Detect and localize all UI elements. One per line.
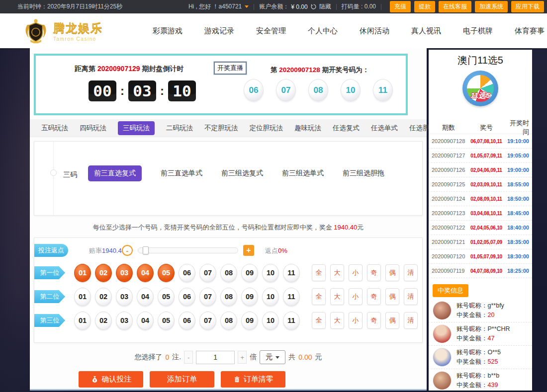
number-ball[interactable]: 11 — [283, 264, 300, 282]
confirm-bet-button[interactable]: ¥ 确认投注 — [79, 371, 143, 388]
number-ball[interactable]: 08 — [220, 288, 237, 306]
live-draw-button[interactable]: 开奖直播 — [214, 62, 247, 75]
quick-button[interactable]: 全 — [312, 288, 326, 305]
quick-button[interactable]: 清 — [404, 312, 418, 329]
topbar-button[interactable]: 提款 — [414, 1, 435, 12]
unit-select[interactable]: 元 — [260, 350, 285, 364]
number-ball[interactable]: 01 — [74, 288, 91, 306]
subtab-item[interactable]: 前三组选单式 — [282, 169, 324, 178]
number-ball[interactable]: 05 — [158, 312, 175, 330]
nav-item[interactable]: 电子棋牌 — [463, 26, 493, 36]
nav-item[interactable]: 彩票游戏 — [153, 26, 182, 36]
user-greeting[interactable]: Hi , 您好 ！a450721 — [188, 2, 242, 11]
quick-button[interactable]: 偶 — [385, 288, 399, 305]
tab-item[interactable]: 三码玩法 — [118, 121, 155, 135]
number-ball[interactable]: 02 — [95, 264, 112, 282]
number-ball[interactable]: 06 — [179, 264, 195, 282]
number-ball[interactable]: 10 — [262, 264, 279, 282]
quick-button[interactable]: 偶 — [385, 312, 399, 329]
number-ball[interactable]: 01 — [74, 264, 91, 282]
issue-cell: 20200907123 — [432, 210, 465, 216]
quick-button[interactable]: 小 — [349, 264, 363, 281]
tab-item[interactable]: 四码玩法 — [80, 124, 106, 133]
nav-item[interactable]: 真人视讯 — [411, 26, 441, 36]
number-ball[interactable]: 03 — [116, 264, 133, 282]
brand-logo[interactable]: 腾龙娱乐 Tamron Casino — [22, 17, 103, 44]
number-ball[interactable]: 07 — [199, 264, 216, 282]
stepper-plus-button[interactable]: + — [238, 351, 247, 364]
nav-item[interactable]: 个人中心 — [308, 26, 338, 36]
number-ball[interactable]: 04 — [137, 288, 154, 306]
number-ball[interactable]: 11 — [283, 288, 300, 306]
quick-button[interactable]: 大 — [330, 288, 344, 305]
subtab-item[interactable]: 前三组选复式 — [221, 169, 263, 178]
quick-button[interactable]: 大 — [330, 264, 344, 281]
subtab-item[interactable]: 前三直选单式 — [161, 169, 202, 178]
topbar-button[interactable]: 应用下载 — [511, 1, 544, 12]
tab-item[interactable]: 定位胆玩法 — [250, 124, 283, 133]
number-ball[interactable]: 11 — [283, 312, 300, 330]
tab-item[interactable]: 不定胆玩法 — [204, 124, 238, 133]
number-ball[interactable]: 06 — [179, 312, 195, 330]
result-balls: 0607081011 — [244, 79, 393, 101]
subtab-item[interactable]: 前三组选胆拖 — [343, 169, 384, 178]
quick-button[interactable]: 奇 — [367, 288, 381, 305]
number-ball[interactable]: 02 — [95, 288, 112, 306]
subtab-item[interactable]: 前三直选复式 — [88, 165, 142, 181]
number-ball[interactable]: 03 — [116, 312, 133, 330]
quick-button[interactable]: 偶 — [385, 264, 399, 281]
topbar-button[interactable]: 在线客服 — [439, 1, 471, 12]
topbar-button[interactable]: 加速系统 — [475, 1, 508, 12]
tab-item[interactable]: 趣味玩法 — [294, 124, 321, 133]
number-ball[interactable]: 10 — [262, 312, 279, 330]
slider-minus-button[interactable]: - — [122, 245, 133, 256]
numbers-cell: 04,07,08,09,10 — [465, 268, 507, 274]
nav-item[interactable]: 体育赛事 — [515, 26, 545, 36]
number-ball[interactable]: 09 — [241, 312, 258, 330]
add-order-button[interactable]: 添加订单 — [150, 371, 214, 388]
quick-button[interactable]: 奇 — [367, 312, 381, 329]
number-ball[interactable]: 05 — [158, 264, 175, 282]
multiplier-input[interactable] — [196, 351, 235, 364]
number-ball[interactable]: 10 — [262, 288, 279, 306]
refresh-icon[interactable] — [310, 3, 317, 10]
hide-balance-link[interactable]: 隐藏 — [319, 2, 331, 11]
number-ball[interactable]: 03 — [116, 288, 133, 306]
tab-item[interactable]: 二码玩法 — [166, 124, 193, 133]
timeline-dot — [50, 169, 57, 176]
tab-item[interactable]: 任选复式 — [333, 124, 360, 133]
nav-item[interactable]: 游戏记录 — [204, 26, 234, 36]
topbar-button[interactable]: 充值 — [390, 1, 411, 12]
issue-cell: 20200907126 — [432, 167, 465, 173]
chevron-down-icon[interactable] — [245, 5, 249, 8]
quick-button[interactable]: 小 — [349, 312, 363, 329]
clear-order-button[interactable]: 订单清零 — [221, 371, 285, 388]
number-ball[interactable]: 09 — [241, 288, 258, 306]
number-ball[interactable]: 08 — [220, 312, 237, 330]
number-ball[interactable]: 05 — [158, 288, 175, 306]
number-ball[interactable]: 04 — [137, 264, 154, 282]
quick-button[interactable]: 清 — [404, 288, 418, 305]
number-ball[interactable]: 08 — [220, 264, 237, 282]
quick-button[interactable]: 奇 — [367, 264, 381, 281]
quick-button[interactable]: 小 — [349, 288, 363, 305]
quick-button[interactable]: 清 — [404, 264, 418, 281]
tab-item[interactable]: 任选单式 — [371, 124, 398, 133]
number-ball[interactable]: 02 — [95, 312, 112, 330]
stepper-minus-button[interactable]: - — [184, 351, 193, 364]
tab-item[interactable]: 五码玩法 — [41, 124, 68, 133]
quick-button[interactable]: 全 — [312, 312, 326, 329]
number-ball[interactable]: 04 — [137, 312, 154, 330]
number-ball[interactable]: 09 — [241, 264, 258, 282]
number-ball[interactable]: 06 — [179, 288, 195, 306]
quick-button[interactable]: 全 — [312, 264, 326, 281]
nav-item[interactable]: 安全管理 — [256, 26, 286, 36]
rebate-slider-handle[interactable] — [143, 246, 149, 254]
number-ball[interactable]: 01 — [74, 312, 91, 330]
rebate-slider-track[interactable] — [138, 247, 238, 253]
slider-plus-button[interactable]: + — [243, 245, 254, 256]
quick-button[interactable]: 大 — [330, 312, 344, 329]
number-ball[interactable]: 07 — [199, 312, 216, 330]
number-ball[interactable]: 07 — [199, 288, 216, 306]
nav-item[interactable]: 休闲活动 — [360, 26, 389, 36]
